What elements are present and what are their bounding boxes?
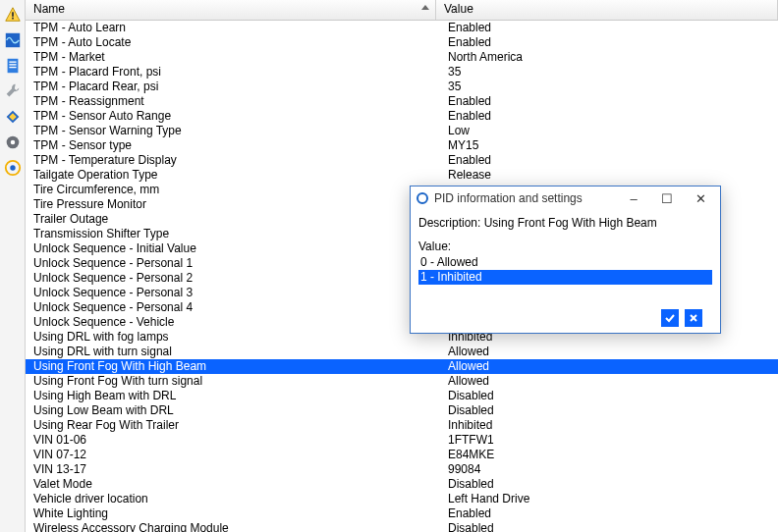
table-row[interactable]: Vehicle driver locationLeft Hand Drive	[26, 492, 778, 506]
row-value: 35	[444, 80, 778, 94]
row-name: Trailer Outage	[26, 212, 444, 227]
table-row[interactable]: TPM - Sensor typeMY15	[26, 138, 778, 153]
table-row[interactable]: TPM - Auto LearnEnabled	[26, 21, 778, 35]
value-option[interactable]: 0 - Allowed	[418, 255, 712, 270]
row-name: Transmission Shifter Type	[26, 227, 444, 241]
row-name: Using DRL with turn signal	[26, 345, 444, 359]
row-value: 35	[444, 65, 778, 80]
page-tool[interactable]	[2, 55, 24, 77]
row-value: Allowed	[444, 359, 778, 374]
table-row[interactable]: TPM - ReassignmentEnabled	[26, 94, 778, 109]
row-name: Unlock Sequence - Initial Value	[26, 241, 444, 256]
row-value: Disabled	[444, 521, 778, 532]
column-header-name[interactable]: Name	[26, 0, 436, 20]
column-header-value[interactable]: Value	[436, 0, 778, 20]
row-value: Enabled	[444, 94, 778, 109]
table-row[interactable]: TPM - Temperature DisplayEnabled	[26, 153, 778, 168]
sort-asc-icon	[421, 5, 429, 10]
table-row[interactable]: TPM - Sensor Auto RangeEnabled	[26, 109, 778, 124]
table-row[interactable]: Valet ModeDisabled	[26, 477, 778, 492]
table-row[interactable]: Wireless Accessory Charging ModuleDisabl…	[26, 521, 778, 532]
table-row[interactable]: Using High Beam with DRLDisabled	[26, 389, 778, 403]
row-value: Enabled	[444, 153, 778, 168]
row-value: Allowed	[444, 345, 778, 359]
table-row[interactable]: Using DRL with turn signalAllowed	[26, 345, 778, 359]
row-value: E84MKE	[444, 448, 778, 462]
row-value: North America	[444, 50, 778, 65]
description-label: Description:	[418, 216, 480, 230]
table-row[interactable]: Using Front Fog With High BeamAllowed	[26, 359, 778, 374]
target-tool[interactable]	[2, 157, 24, 179]
svg-rect-4	[7, 59, 18, 73]
svg-point-13	[10, 165, 15, 170]
table-row[interactable]: Using Rear Fog With TrailerInhibited	[26, 418, 778, 433]
row-value: Inhibited	[444, 418, 778, 433]
close-button[interactable]: ✕	[687, 188, 714, 208]
row-name: Using Front Fog With High Beam	[26, 359, 444, 374]
description-line: Description: Using Front Fog With High B…	[418, 216, 712, 230]
ok-button[interactable]	[661, 309, 679, 327]
table-row[interactable]: Using Low Beam with DRLDisabled	[26, 403, 778, 418]
row-value: Enabled	[444, 21, 778, 35]
table-row[interactable]: VIN 13-1799084	[26, 462, 778, 477]
row-name: Tire Pressure Monitor	[26, 197, 444, 212]
table-row[interactable]: Using Front Fog With turn signalAllowed	[26, 374, 778, 389]
table-row[interactable]: White LightingEnabled	[26, 506, 778, 521]
table-row[interactable]: TPM - Placard Rear, psi35	[26, 80, 778, 94]
row-name: Wireless Accessory Charging Module	[26, 521, 444, 532]
table-row[interactable]: TPM - Sensor Warning TypeLow	[26, 124, 778, 138]
row-name: Using Rear Fog With Trailer	[26, 418, 444, 433]
svg-rect-7	[9, 67, 16, 68]
svg-rect-1	[12, 12, 14, 16]
svg-rect-5	[9, 62, 16, 63]
svg-rect-2	[12, 18, 14, 20]
row-name: Unlock Sequence - Personal 3	[26, 286, 444, 300]
row-value: Left Hand Drive	[444, 492, 778, 506]
row-name: TPM - Placard Rear, psi	[26, 80, 444, 94]
wave-tool[interactable]	[2, 29, 24, 51]
wrench-tool[interactable]	[2, 80, 24, 102]
dialog-button-row	[661, 309, 702, 327]
diamond-tool[interactable]	[2, 106, 24, 128]
row-name: TPM - Sensor Auto Range	[26, 109, 444, 124]
row-value: Enabled	[444, 109, 778, 124]
table-row[interactable]: VIN 01-061FTFW1	[26, 433, 778, 448]
table-row[interactable]: TPM - MarketNorth America	[26, 50, 778, 65]
row-name: TPM - Auto Locate	[26, 35, 444, 50]
maximize-button[interactable]: ☐	[653, 188, 681, 208]
table-row[interactable]: TPM - Placard Front, psi35	[26, 65, 778, 80]
warning-tool[interactable]	[2, 4, 24, 26]
column-header-name-label: Name	[33, 2, 65, 16]
row-name: TPM - Temperature Display	[26, 153, 444, 168]
row-value: Release	[444, 168, 778, 183]
row-value: 1FTFW1	[444, 433, 778, 448]
value-label: Value:	[418, 239, 712, 253]
row-name: Using DRL with fog lamps	[26, 330, 444, 345]
row-name: TPM - Placard Front, psi	[26, 65, 444, 80]
dialog-body: Description: Using Front Fog With High B…	[411, 210, 720, 285]
row-name: TPM - Market	[26, 50, 444, 65]
gear-tool[interactable]	[2, 132, 24, 153]
value-option[interactable]: 1 - Inhibited	[418, 270, 712, 285]
row-value: Disabled	[444, 403, 778, 418]
dialog-titlebar[interactable]: PID information and settings – ☐ ✕	[411, 186, 720, 210]
svg-rect-3	[5, 33, 19, 47]
row-name: TPM - Auto Learn	[26, 21, 444, 35]
row-name: Unlock Sequence - Personal 2	[26, 271, 444, 286]
row-name: White Lighting	[26, 506, 444, 521]
row-value: Enabled	[444, 35, 778, 50]
row-name: Valet Mode	[26, 477, 444, 492]
row-value: Low	[444, 124, 778, 138]
table-row[interactable]: Tailgate Operation TypeRelease	[26, 168, 778, 183]
row-name: Vehicle driver location	[26, 492, 444, 506]
row-name: Unlock Sequence - Personal 4	[26, 300, 444, 315]
cancel-button[interactable]	[685, 309, 702, 327]
minimize-button[interactable]: –	[620, 188, 647, 208]
sidebar-toolbar	[0, 0, 26, 532]
table-row[interactable]: VIN 07-12E84MKE	[26, 448, 778, 462]
check-icon	[664, 312, 676, 324]
description-value: Using Front Fog With High Beam	[484, 216, 657, 230]
row-name: Using High Beam with DRL	[26, 389, 444, 403]
row-name: Tailgate Operation Type	[26, 168, 444, 183]
table-row[interactable]: TPM - Auto LocateEnabled	[26, 35, 778, 50]
